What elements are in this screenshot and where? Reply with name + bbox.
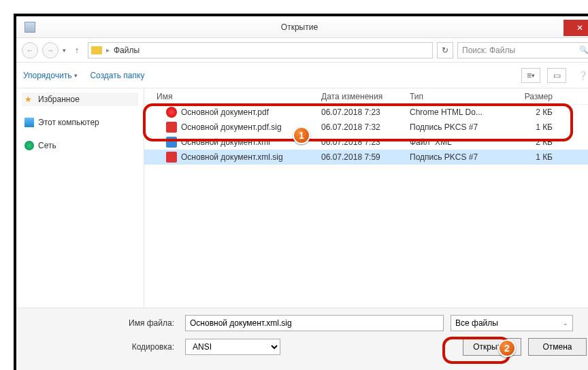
file-row[interactable]: Основной документ.xml.sig06.07.2018 7:59… <box>144 150 588 165</box>
window-title: Открытие <box>35 22 564 32</box>
folder-icon <box>91 46 102 54</box>
file-open-dialog: Открытие ✕ ← → ▾ ↑ ▸ Файлы ↻ Поиск: Файл… <box>14 14 588 370</box>
file-size: 2 КБ <box>512 137 559 147</box>
file-date: 06.07.2018 7:23 <box>321 137 410 147</box>
chevron-down-icon: ▾ <box>74 72 78 79</box>
file-size: 2 КБ <box>512 107 559 117</box>
cancel-button[interactable]: Отмена <box>528 338 587 356</box>
column-headers: Имя Дата изменения Тип Размер <box>144 88 588 105</box>
file-name: Основной документ.xml.sig <box>181 152 283 162</box>
file-type: Файл "XML" <box>410 137 512 147</box>
app-icon <box>24 22 35 33</box>
back-button[interactable]: ← <box>22 42 38 58</box>
file-row[interactable]: Основной документ.xml06.07.2018 7:23Файл… <box>144 135 588 150</box>
file-type-icon <box>166 122 177 133</box>
file-type: Подпись PKCS #7 <box>410 152 512 162</box>
chevron-down-icon: ⌄ <box>563 320 568 326</box>
address-bar[interactable]: ▸ Файлы <box>88 42 433 58</box>
search-input[interactable]: Поиск: Файлы <box>457 42 588 58</box>
file-row[interactable]: Основной документ.pdf06.07.2018 7:23Chro… <box>144 105 588 120</box>
preview-pane-button[interactable]: ▭ <box>547 68 566 83</box>
forward-button[interactable]: → <box>42 42 59 58</box>
titlebar: Открытие ✕ <box>16 16 588 38</box>
network-icon <box>24 141 34 150</box>
file-name: Основной документ.xml <box>181 137 270 147</box>
body-area: ★ Избранное Этот компьютер Сеть Имя Дата… <box>16 88 588 307</box>
file-date: 06.07.2018 7:23 <box>321 107 410 117</box>
toolbar: Упорядочить ▾ Создать папку ≡ ▾ ▭ ❔ <box>16 63 588 88</box>
file-name: Основной документ.pdf <box>181 107 269 117</box>
sidebar-computer[interactable]: Этот компьютер <box>22 116 138 129</box>
nav-bar: ← → ▾ ↑ ▸ Файлы ↻ Поиск: Файлы <box>16 38 588 63</box>
star-icon: ★ <box>24 95 34 104</box>
breadcrumb-item[interactable]: Файлы <box>114 46 140 55</box>
file-size: 1 КБ <box>512 122 559 132</box>
refresh-button[interactable]: ↻ <box>437 42 453 58</box>
filename-input[interactable] <box>185 315 444 331</box>
file-type-icon <box>166 137 177 148</box>
sidebar: ★ Избранное Этот компьютер Сеть <box>16 88 144 307</box>
file-row[interactable]: Основной документ.pdf.sig06.07.2018 7:32… <box>144 120 588 135</box>
search-placeholder: Поиск: Файлы <box>462 46 515 55</box>
close-button[interactable]: ✕ <box>564 20 588 36</box>
help-button[interactable]: ❔ <box>573 68 588 83</box>
view-options-button[interactable]: ≡ ▾ <box>521 68 540 83</box>
sidebar-favorites[interactable]: ★ Избранное <box>22 92 138 106</box>
sidebar-network[interactable]: Сеть <box>22 139 138 152</box>
file-type-icon <box>166 152 177 163</box>
col-size[interactable]: Размер <box>512 92 559 101</box>
file-size: 1 КБ <box>512 152 559 162</box>
breadcrumb-sep-icon: ▸ <box>106 46 110 54</box>
encoding-label: Кодировка: <box>29 342 178 352</box>
file-name: Основной документ.pdf.sig <box>181 122 282 132</box>
file-date: 06.07.2018 7:32 <box>321 122 410 132</box>
file-type: Chrome HTML Do... <box>410 107 512 117</box>
up-button[interactable]: ↑ <box>70 44 84 57</box>
new-folder-button[interactable]: Создать папку <box>90 71 144 80</box>
file-list: Имя Дата изменения Тип Размер Основной д… <box>144 88 588 307</box>
filename-label: Имя файла: <box>29 318 178 328</box>
file-date: 06.07.2018 7:59 <box>321 152 410 162</box>
file-type-filter[interactable]: Все файлы ⌄ <box>451 315 573 331</box>
col-type[interactable]: Тип <box>410 92 512 101</box>
bottom-panel: Имя файла: Все файлы ⌄ Кодировка: ANSI О… <box>16 307 588 370</box>
col-name[interactable]: Имя <box>144 92 321 101</box>
file-type: Подпись PKCS #7 <box>410 122 512 132</box>
open-button[interactable]: Открыть ▾ <box>463 338 521 356</box>
computer-icon <box>24 118 34 127</box>
file-type-icon <box>166 107 177 118</box>
organize-menu[interactable]: Упорядочить ▾ <box>23 71 78 80</box>
col-date[interactable]: Дата изменения <box>321 92 410 101</box>
history-dropdown[interactable]: ▾ <box>63 47 66 54</box>
encoding-select[interactable]: ANSI <box>185 339 280 355</box>
